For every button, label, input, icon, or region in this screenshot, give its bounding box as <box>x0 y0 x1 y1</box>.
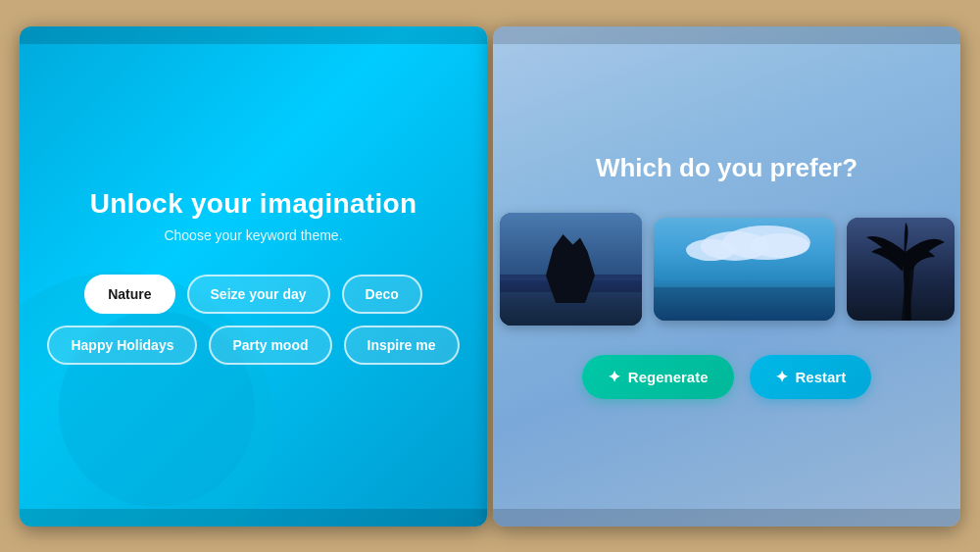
bezel-top-right <box>493 26 960 44</box>
bezel-top-left <box>20 26 487 44</box>
regenerate-label: Regenerate <box>628 369 709 385</box>
images-row <box>500 213 955 326</box>
restart-label: Restart <box>796 369 847 385</box>
left-content: Unlock your imagination Choose your keyw… <box>47 188 459 365</box>
keyword-inspire[interactable]: Inspire me <box>344 326 460 365</box>
keyword-row-1: Nature Seize your day Deco <box>84 275 422 314</box>
scene-palms <box>847 218 955 321</box>
cloud-4 <box>686 239 735 261</box>
subtitle: Choose your keyword theme. <box>47 227 459 243</box>
keyword-nature[interactable]: Nature <box>84 275 174 314</box>
image-card-blue-sky[interactable] <box>654 218 835 321</box>
regenerate-icon: ✦ <box>608 368 620 386</box>
scene-blue-sky <box>654 218 835 321</box>
action-buttons: ✦ Regenerate ✦ Restart <box>582 355 871 399</box>
right-tv-panel: Which do you prefer? <box>493 26 960 527</box>
palm-svg <box>861 223 950 321</box>
ocean-water <box>654 287 835 321</box>
image-card-palms[interactable] <box>847 218 955 321</box>
cloud-3 <box>751 233 809 258</box>
svg-line-0 <box>906 252 908 321</box>
keyword-holidays[interactable]: Happy Holidays <box>47 326 197 365</box>
question-title: Which do you prefer? <box>596 153 858 183</box>
restart-icon: ✦ <box>775 368 788 386</box>
wall-frame: Unlock your imagination Choose your keyw… <box>20 26 960 527</box>
keyword-seize[interactable]: Seize your day <box>187 275 330 314</box>
rock-formation <box>546 234 595 303</box>
regenerate-button[interactable]: ✦ Regenerate <box>582 355 734 399</box>
restart-button[interactable]: ✦ Restart <box>750 355 872 399</box>
bezel-bottom-left <box>20 509 487 527</box>
keyword-party[interactable]: Party mood <box>209 326 331 365</box>
left-tv-panel: Unlock your imagination Choose your keyw… <box>20 26 487 527</box>
scene-rocky-beach <box>500 213 642 326</box>
keyword-deco[interactable]: Deco <box>342 275 422 314</box>
palm-silhouette <box>861 223 950 321</box>
bezel-bottom-right <box>493 509 960 527</box>
keyword-row-2: Happy Holidays Party mood Inspire me <box>47 326 459 365</box>
keyword-grid: Nature Seize your day Deco Happy Holiday… <box>47 275 459 365</box>
image-card-rocky-beach[interactable] <box>500 213 642 326</box>
main-title: Unlock your imagination <box>47 188 459 220</box>
cloud-group <box>671 226 816 277</box>
